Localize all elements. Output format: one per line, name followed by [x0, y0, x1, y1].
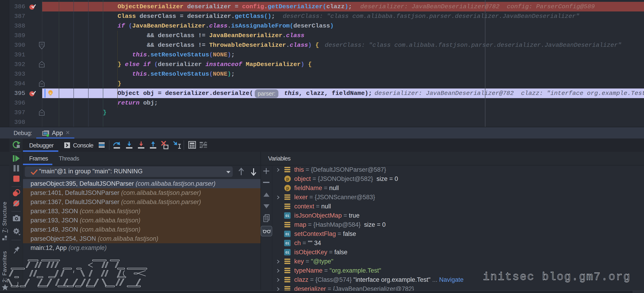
svg-text:01: 01	[286, 250, 290, 254]
svg-text:p: p	[286, 176, 289, 181]
svg-text:01: 01	[286, 241, 290, 245]
svg-text:01: 01	[286, 232, 290, 236]
svg-text:p: p	[286, 186, 289, 191]
svg-text:01: 01	[286, 214, 290, 218]
